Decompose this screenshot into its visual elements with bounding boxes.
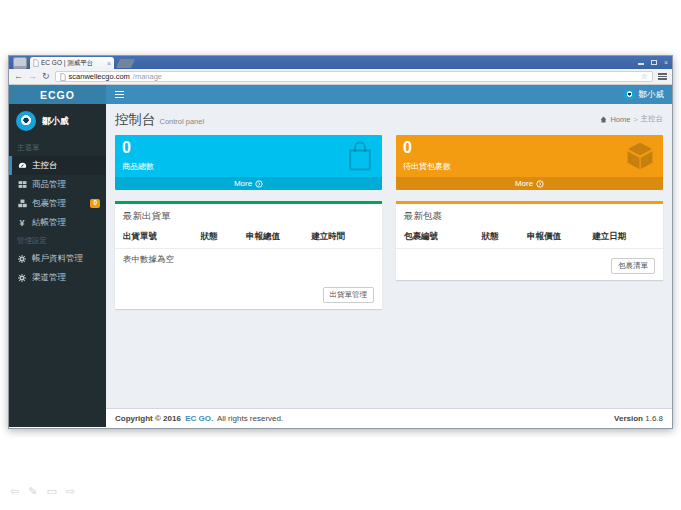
main-content: 控制台Control panel Home > 主控台 0 商品總數 [106, 104, 672, 427]
copyright-text: Copyright © 2016 EC GO. All rights reser… [115, 414, 283, 423]
sidebar-toggle-icon[interactable] [106, 85, 132, 104]
sidebar-item-dashboard[interactable]: 主控台 [9, 156, 106, 175]
shopping-bag-icon [345, 140, 375, 176]
latest-packages-panel: 最新包裹 包裹編號 狀態 申報價值 建立日期 包裹清單 [396, 201, 663, 280]
next-arrow-icon[interactable]: ⇨ [66, 485, 75, 498]
more-label: More [234, 179, 252, 188]
browser-window: EC GO | 測威平台 × × ← → ↻ scanwellecgo.com/… [8, 55, 673, 429]
shipments-table-header: 出貨單號 狀態 申報總值 建立時間 [115, 227, 382, 249]
packages-table-header: 包裹編號 狀態 申報價值 建立日期 [396, 227, 663, 249]
sidebar-item-label: 帳戶資料管理 [32, 253, 83, 265]
rights-text: All rights reserved. [217, 414, 283, 423]
column-header: 申報價值 [527, 231, 592, 243]
version-text: Version 1.6.8 [614, 414, 663, 423]
sidebar-item-label: 渠道管理 [32, 272, 66, 284]
column-header: 建立日期 [592, 231, 655, 243]
column-header: 建立時間 [311, 231, 374, 243]
packages-list-button[interactable]: 包裹清單 [611, 258, 655, 274]
sidebar-item-label: 商品管理 [32, 179, 66, 191]
sidebar-user-panel: 鄒小威 [9, 104, 106, 139]
browser-tab[interactable]: EC GO | 測威平台 × [30, 57, 114, 69]
sidebar-item-label: 包裹管理 [32, 198, 66, 210]
bookmark-star-icon[interactable]: ☆ [641, 73, 648, 81]
sidebar-item-packages[interactable]: 包裹管理 0 [9, 194, 106, 213]
sidebar-item-label: 主控台 [32, 160, 58, 172]
packages-count-badge: 0 [90, 199, 100, 208]
url-path: /manage [133, 73, 162, 81]
column-header: 出貨單號 [123, 231, 201, 243]
window-close-button[interactable]: × [664, 59, 668, 66]
tab-close-icon[interactable]: × [107, 60, 111, 67]
page-favicon-icon [33, 59, 39, 67]
cube-icon [624, 140, 656, 176]
products-count: 0 [115, 135, 382, 156]
page-icon [60, 73, 66, 81]
breadcrumb-separator: > [633, 116, 637, 123]
user-avatar [624, 89, 635, 100]
browser-titlebar: EC GO | 測威平台 × × [9, 56, 672, 69]
sidebar-item-products[interactable]: 商品管理 [9, 175, 106, 194]
column-header: 申報總值 [246, 231, 311, 243]
copyright-year: Copyright © 2016 [115, 414, 181, 423]
sidebar-item-channels[interactable]: 渠道管理 [9, 268, 106, 287]
cubes-icon [17, 199, 27, 208]
reload-button[interactable]: ↻ [42, 72, 50, 81]
latest-shipments-panel: 最新出貨單 出貨單號 狀態 申報總值 建立時間 表中數據為空 出貨單管理 [115, 201, 382, 309]
panel-title: 最新包裹 [396, 204, 663, 227]
packages-more-link[interactable]: More [396, 177, 663, 190]
new-tab-button[interactable] [116, 59, 135, 68]
footer-brand-link[interactable]: EC GO. [185, 414, 213, 423]
forward-button: → [28, 72, 37, 81]
navbar-user-menu[interactable]: 鄒小威 [624, 85, 673, 104]
table-icon [17, 180, 27, 189]
navbar-user-name: 鄒小威 [639, 89, 665, 101]
products-more-link[interactable]: More [115, 177, 382, 190]
page-viewport: ECGO 鄒小威 鄒小威 主選單 主控台 [9, 85, 672, 427]
menu-header-settings: 管理設定 [9, 232, 106, 249]
more-label: More [515, 179, 533, 188]
circle-arrow-icon [255, 180, 263, 188]
circle-arrow-icon [536, 180, 544, 188]
sidebar-user-name: 鄒小威 [42, 115, 69, 128]
sidebar-item-billing[interactable]: ¥ 結帳管理 [9, 213, 106, 232]
browser-menu-icon[interactable] [658, 73, 667, 80]
breadcrumb: Home > 主控台 [600, 114, 663, 124]
back-button[interactable]: ← [14, 72, 23, 81]
breadcrumb-home[interactable]: Home [610, 115, 630, 124]
version-value: 1.6.8 [645, 414, 663, 423]
url-host: scanwellecgo.com [69, 73, 130, 81]
panel-title: 最新出貨單 [115, 204, 382, 227]
products-info-box: 0 商品總數 More [115, 135, 382, 190]
sidebar: 鄒小威 主選單 主控台 商品管理 包裹管理 0 [9, 104, 106, 427]
edit-pencil-icon[interactable]: ✎ [28, 485, 37, 498]
viewer-toolbar: ⇦ ✎ ▭ ⇨ [10, 485, 75, 498]
brand-logo[interactable]: ECGO [9, 85, 106, 104]
column-header: 狀態 [482, 231, 527, 243]
shipments-manage-button[interactable]: 出貨單管理 [323, 287, 375, 303]
version-label: Version [614, 414, 643, 423]
gear-icon [17, 255, 27, 263]
address-bar[interactable]: scanwellecgo.com/manage ☆ [55, 71, 653, 82]
empty-table-message: 表中數據為空 [115, 249, 382, 278]
slideshow-icon[interactable]: ▭ [46, 485, 56, 498]
page-subtitle: Control panel [160, 117, 205, 126]
column-header: 狀態 [201, 231, 246, 243]
app-navbar: ECGO 鄒小威 [9, 85, 672, 104]
tab-title: EC GO | 測威平台 [41, 59, 105, 68]
column-header: 包裹編號 [404, 231, 482, 243]
browser-app-icon [13, 57, 27, 69]
window-restore-button[interactable] [651, 60, 657, 65]
packages-label: 待出貨包裹數 [396, 156, 663, 172]
home-icon [600, 116, 607, 123]
packages-info-box: 0 待出貨包裹數 More [396, 135, 663, 190]
sidebar-item-label: 結帳管理 [32, 217, 66, 229]
sidebar-item-account[interactable]: 帳戶資料管理 [9, 249, 106, 268]
packages-count: 0 [396, 135, 663, 156]
page-title: 控制台 [115, 112, 156, 127]
menu-header-main: 主選單 [9, 139, 106, 156]
yen-icon: ¥ [17, 218, 27, 228]
window-minimize-button[interactable] [638, 63, 644, 65]
browser-toolbar: ← → ↻ scanwellecgo.com/manage ☆ [9, 69, 672, 85]
previous-arrow-icon[interactable]: ⇦ [10, 485, 19, 498]
app-footer: Copyright © 2016 EC GO. All rights reser… [106, 408, 672, 427]
